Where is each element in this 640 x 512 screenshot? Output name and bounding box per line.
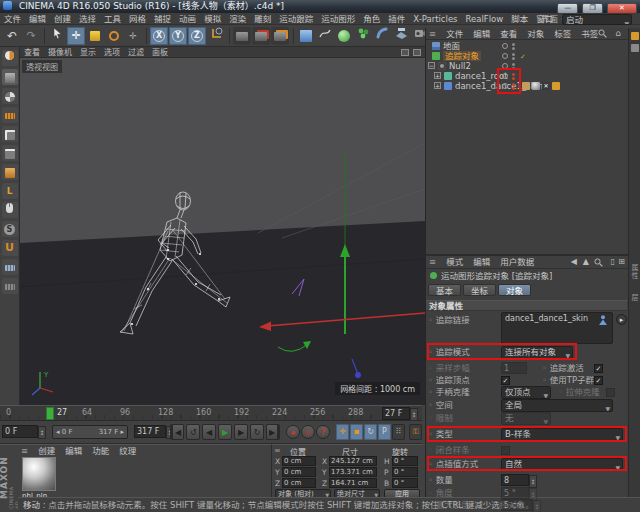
up-arrow-icon[interactable]: ▲: [583, 257, 589, 266]
handle-clones-dropdown[interactable]: 仅顶点▼: [501, 386, 551, 399]
lock-x-button[interactable]: X: [150, 27, 168, 45]
menu-animate[interactable]: 动画: [175, 13, 200, 25]
object-row-dance1-skin[interactable]: + dance1_dance1_skin ✕: [426, 81, 626, 91]
panel-menu-icon[interactable]: ≡: [426, 256, 441, 268]
max-length-field[interactable]: 5 cm↕: [501, 499, 533, 511]
preview-range-slider[interactable]: ◂ 0 F317 F ▸: [52, 425, 128, 439]
om-menu-tags[interactable]: 标签: [549, 28, 576, 40]
search-icon[interactable]: [594, 258, 603, 269]
menu-render[interactable]: 渲染: [225, 13, 250, 25]
close-spline-checkbox[interactable]: [501, 446, 510, 455]
expand-icon[interactable]: +: [434, 82, 441, 89]
rotate-tool-icon[interactable]: [105, 27, 123, 45]
goto-end-button[interactable]: ▶: [266, 424, 280, 440]
tab-coordinates[interactable]: 坐标: [463, 284, 496, 296]
editor-visibility-dot[interactable]: [512, 53, 515, 56]
menu-sculpt[interactable]: 雕刻: [250, 13, 275, 25]
object-row-dance1-root[interactable]: + dance1_root: [426, 71, 626, 81]
select-tool-icon[interactable]: [48, 27, 66, 45]
lock-z-button[interactable]: Z: [188, 27, 206, 45]
make-editable-icon[interactable]: [2, 50, 18, 66]
render-visibility-dot[interactable]: [512, 47, 515, 50]
interface-dropdown[interactable]: 启动▼: [562, 14, 632, 25]
phong-tag-icon[interactable]: [532, 82, 540, 90]
viewport-maximize-icon[interactable]: [401, 49, 409, 56]
enable-axis-icon[interactable]: L: [2, 183, 18, 199]
current-frame-marker[interactable]: [46, 407, 54, 420]
viewport-menu-cameras[interactable]: 摄像机: [44, 47, 76, 58]
spinner-icon[interactable]: ↕: [533, 500, 541, 512]
number-field[interactable]: 8↕: [501, 474, 529, 486]
om-menu-edit[interactable]: 编辑: [468, 28, 495, 40]
render-picture-viewer-icon[interactable]: [252, 27, 270, 45]
render-visibility-dot-red[interactable]: [512, 87, 515, 90]
render-visibility-dot[interactable]: [512, 57, 515, 60]
limit-dropdown[interactable]: 无▼: [501, 412, 551, 425]
timeline-key-list-button[interactable]: ⚿: [409, 424, 422, 440]
render-visibility-dot[interactable]: [512, 67, 515, 70]
editor-visibility-dot-red[interactable]: [512, 83, 515, 86]
editor-visibility-dot[interactable]: [512, 63, 515, 66]
object-label[interactable]: dance1_root: [455, 71, 508, 81]
deformer-bend-icon[interactable]: [373, 27, 391, 45]
object-label[interactable]: 地面: [443, 41, 460, 51]
size-x-field[interactable]: 245.127 cm: [329, 456, 377, 466]
object-row-floor[interactable]: 地面: [426, 41, 626, 51]
range-start-field[interactable]: 0 F↕: [2, 425, 38, 438]
expand-icon[interactable]: +: [434, 72, 441, 79]
viewport-menu-view[interactable]: 查看: [20, 47, 44, 58]
render-view-icon[interactable]: [233, 27, 251, 45]
render-visibility-dot-red[interactable]: [512, 77, 515, 80]
polygons-mode-icon[interactable]: [2, 164, 18, 180]
object-label-selected[interactable]: 追踪对象: [443, 51, 481, 61]
position-z-field[interactable]: 0 cm: [282, 478, 316, 488]
layer-circle-icon[interactable]: [502, 83, 508, 89]
rotation-h-field[interactable]: 0 °: [392, 456, 418, 466]
layer-circle-icon[interactable]: [502, 63, 508, 69]
key-rotation-toggle[interactable]: ↻: [364, 424, 377, 440]
goto-start-button[interactable]: ◀: [170, 424, 184, 440]
new-panel-icon[interactable]: ⊞: [618, 257, 625, 266]
bind-tag-icon[interactable]: ✕: [542, 82, 550, 90]
trace-active-checkbox[interactable]: ✓: [594, 364, 603, 373]
angle-field[interactable]: 5 °↕: [501, 487, 529, 499]
dock-tab-attributes[interactable]: 属性: [631, 264, 639, 280]
play-reverse-button[interactable]: ↺: [186, 424, 200, 440]
subdivision-surface-icon[interactable]: [335, 27, 353, 45]
dock-tab-icon-orange[interactable]: [631, 32, 639, 40]
layer-circle-icon[interactable]: [502, 73, 508, 79]
menu-character[interactable]: 角色: [359, 13, 384, 25]
menu-snap[interactable]: 捕捉: [150, 13, 175, 25]
workplane-mode-icon[interactable]: [2, 107, 18, 123]
menu-select[interactable]: 选择: [75, 13, 100, 25]
pen-spline-icon[interactable]: [316, 27, 334, 45]
animation-tag-icon[interactable]: [552, 82, 560, 90]
sampling-step-field[interactable]: 1: [501, 362, 527, 374]
panel-menu-icon[interactable]: ≡: [426, 28, 441, 40]
viewport-menu-panel[interactable]: 面板: [148, 47, 172, 58]
menu-edit[interactable]: 编辑: [25, 13, 50, 25]
spinner-icon[interactable]: ↕: [38, 426, 46, 439]
am-menu-userdata[interactable]: 用户数据: [495, 256, 539, 268]
mograph-cloner-icon[interactable]: [354, 27, 372, 45]
materials-menu-function[interactable]: 功能: [87, 445, 114, 457]
history-back-icon[interactable]: ◀: [571, 257, 577, 266]
key-pla-toggle[interactable]: ⠿: [392, 424, 405, 440]
menu-script[interactable]: 脚本: [507, 13, 532, 25]
enable-snap-icon[interactable]: U: [2, 240, 18, 256]
autokey-button[interactable]: ◎: [301, 425, 315, 439]
loop-button[interactable]: ↻: [250, 424, 264, 440]
materials-menu-texture[interactable]: 纹理: [114, 445, 141, 457]
trace-mode-dropdown[interactable]: 连接所有对象▼: [501, 346, 573, 359]
layer-circle-icon[interactable]: [502, 53, 508, 59]
om-menu-file[interactable]: 文件: [441, 28, 468, 40]
type-dropdown[interactable]: B-样条▼: [501, 428, 623, 441]
snap-s-icon[interactable]: S: [2, 221, 18, 237]
rotation-p-field[interactable]: 0 °: [392, 467, 418, 477]
menu-file[interactable]: 文件: [0, 13, 25, 25]
move-tool-icon[interactable]: ✛: [67, 27, 85, 45]
viewport[interactable]: Y 查看摄像机显示选项过滤面板 透视视图 网格间距 : 1000 cm: [20, 47, 425, 405]
spinner-icon[interactable]: ↕: [529, 475, 537, 488]
rotation-b-field[interactable]: 0 °: [392, 478, 418, 488]
play-button[interactable]: ▶: [218, 424, 232, 440]
